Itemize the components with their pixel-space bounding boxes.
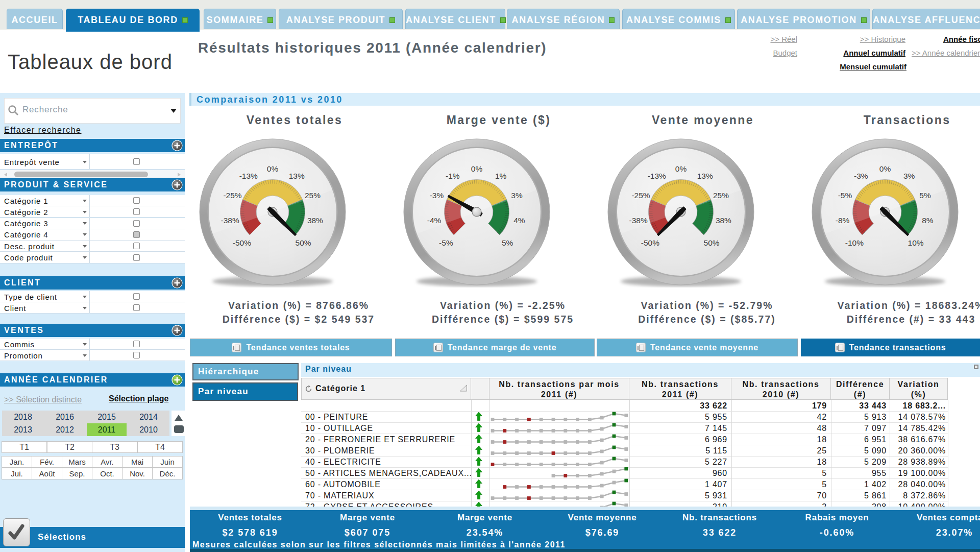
svg-text:5%: 5% (502, 238, 513, 247)
svg-text:-8%: -8% (836, 216, 850, 225)
svg-text:1%: 1% (495, 172, 507, 180)
svg-text:13%: 13% (697, 172, 713, 180)
svg-text:-3%: -3% (430, 191, 444, 200)
svg-text:25%: 25% (305, 191, 321, 200)
svg-text:0%: 0% (267, 164, 279, 173)
svg-text:50%: 50% (704, 238, 720, 247)
svg-text:13%: 13% (289, 172, 305, 180)
svg-text:3%: 3% (511, 191, 523, 200)
svg-text:-10%: -10% (845, 238, 864, 247)
svg-text:25%: 25% (713, 191, 729, 200)
svg-text:38%: 38% (716, 216, 731, 225)
svg-text:50%: 50% (296, 238, 311, 247)
svg-text:38%: 38% (307, 216, 323, 225)
svg-text:-4%: -4% (427, 216, 442, 225)
svg-text:-13%: -13% (648, 172, 666, 180)
svg-text:-38%: -38% (221, 216, 239, 225)
svg-text:-5%: -5% (838, 191, 852, 200)
svg-text:10%: 10% (908, 238, 924, 247)
svg-text:4%: 4% (513, 216, 525, 225)
svg-text:-5%: -5% (439, 238, 453, 247)
svg-text:-1%: -1% (446, 172, 460, 180)
svg-text:-50%: -50% (233, 238, 251, 247)
svg-text:0%: 0% (471, 164, 483, 173)
svg-text:3%: 3% (903, 172, 915, 180)
svg-text:0%: 0% (879, 164, 891, 173)
svg-text:-50%: -50% (641, 238, 659, 247)
svg-text:-25%: -25% (631, 191, 650, 200)
svg-text:-3%: -3% (854, 172, 868, 180)
svg-text:8%: 8% (922, 216, 934, 225)
svg-text:-25%: -25% (223, 191, 241, 200)
svg-text:-38%: -38% (629, 216, 648, 225)
svg-text:-13%: -13% (239, 172, 258, 180)
svg-text:0%: 0% (675, 164, 687, 173)
svg-text:5%: 5% (919, 191, 931, 200)
